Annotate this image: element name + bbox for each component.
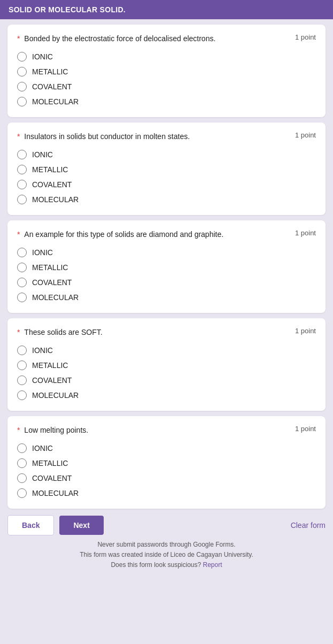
back-button[interactable]: Back — [7, 515, 54, 535]
radio-4-3[interactable] — [17, 375, 27, 385]
required-star-1: * — [17, 34, 22, 43]
radio-2-3[interactable] — [17, 180, 27, 189]
next-button[interactable]: Next — [59, 516, 103, 535]
radio-2-4[interactable] — [17, 195, 27, 204]
header-banner: SOLID OR MOLECULAR SOLID. — [0, 0, 333, 19]
option-item-2-2[interactable]: METALLIC — [17, 165, 316, 174]
question-text-3: * An example for this type of solids are… — [17, 229, 290, 240]
option-item-5-4[interactable]: MOLECULAR — [17, 488, 316, 498]
footer: Never submit passwords through Google Fo… — [7, 540, 326, 571]
question-header-5: * Low melting points.1 point — [17, 425, 316, 436]
option-item-5-3[interactable]: COVALENT — [17, 473, 316, 483]
footer-created-text: This form was created inside of Liceo de… — [80, 551, 253, 558]
radio-3-1[interactable] — [17, 248, 27, 257]
footer-warning: Never submit passwords through Google Fo… — [7, 540, 326, 550]
options-list-2: IONICMETALLICCOVALENTMOLECULAR — [17, 150, 316, 204]
option-item-4-4[interactable]: MOLECULAR — [17, 390, 316, 400]
footer-report-link[interactable]: Report — [203, 561, 222, 569]
option-item-4-2[interactable]: METALLIC — [17, 361, 316, 370]
radio-4-1[interactable] — [17, 346, 27, 355]
header-text: SOLID OR MOLECULAR SOLID. — [9, 5, 126, 14]
radio-5-3[interactable] — [17, 473, 27, 483]
options-list-5: IONICMETALLICCOVALENTMOLECULAR — [17, 443, 316, 498]
question-header-4: * These solids are SOFT.1 point — [17, 327, 316, 338]
question-header-3: * An example for this type of solids are… — [17, 229, 316, 240]
option-item-2-1[interactable]: IONIC — [17, 150, 316, 159]
radio-3-4[interactable] — [17, 293, 27, 302]
option-label-2-4: MOLECULAR — [32, 195, 79, 204]
option-label-2-1: IONIC — [32, 150, 53, 159]
option-item-3-1[interactable]: IONIC — [17, 248, 316, 257]
option-label-4-2: METALLIC — [32, 361, 68, 370]
radio-1-2[interactable] — [17, 67, 27, 76]
points-label-4: 1 point — [295, 327, 316, 335]
radio-4-4[interactable] — [17, 390, 27, 400]
radio-1-3[interactable] — [17, 82, 27, 91]
option-label-1-1: IONIC — [32, 52, 53, 61]
clear-form-button[interactable]: Clear form — [291, 521, 326, 530]
option-item-3-2[interactable]: METALLIC — [17, 263, 316, 272]
question-text-5: * Low melting points. — [17, 425, 290, 436]
option-item-1-3[interactable]: COVALENT — [17, 82, 316, 91]
question-card-1: * Bonded by the electrostatic force of d… — [7, 25, 326, 117]
option-label-4-3: COVALENT — [32, 376, 72, 385]
option-label-5-4: MOLECULAR — [32, 489, 79, 497]
options-list-3: IONICMETALLICCOVALENTMOLECULAR — [17, 248, 316, 302]
option-item-1-1[interactable]: IONIC — [17, 52, 316, 62]
option-label-3-1: IONIC — [32, 248, 53, 257]
option-item-4-3[interactable]: COVALENT — [17, 375, 316, 385]
question-header-1: * Bonded by the electrostatic force of d… — [17, 33, 316, 44]
question-card-2: * Insulators in solids but conductor in … — [7, 122, 326, 215]
navigation-bar: Back Next Clear form — [7, 515, 326, 535]
question-text-1: * Bonded by the electrostatic force of d… — [17, 33, 290, 44]
footer-suspicious: Does this form look suspicious? Report — [7, 560, 326, 570]
radio-5-4[interactable] — [17, 488, 27, 498]
option-label-1-2: METALLIC — [32, 67, 68, 76]
option-label-5-1: IONIC — [32, 444, 53, 453]
radio-2-1[interactable] — [17, 150, 27, 159]
option-item-5-2[interactable]: METALLIC — [17, 458, 316, 468]
option-item-4-1[interactable]: IONIC — [17, 346, 316, 355]
points-label-1: 1 point — [295, 33, 316, 41]
option-item-2-4[interactable]: MOLECULAR — [17, 195, 316, 204]
required-star-4: * — [17, 328, 22, 336]
required-star-3: * — [17, 230, 22, 239]
required-star-2: * — [17, 132, 22, 141]
radio-5-2[interactable] — [17, 458, 27, 468]
required-star-5: * — [17, 426, 22, 434]
points-label-5: 1 point — [295, 425, 316, 433]
option-label-1-4: MOLECULAR — [32, 97, 79, 106]
options-list-1: IONICMETALLICCOVALENTMOLECULAR — [17, 52, 316, 106]
footer-suspicious-text: Does this form look suspicious? — [111, 561, 201, 569]
radio-1-4[interactable] — [17, 97, 27, 106]
option-item-5-1[interactable]: IONIC — [17, 443, 316, 453]
option-item-1-2[interactable]: METALLIC — [17, 67, 316, 76]
question-card-3: * An example for this type of solids are… — [7, 220, 326, 313]
option-item-3-4[interactable]: MOLECULAR — [17, 293, 316, 302]
options-list-4: IONICMETALLICCOVALENTMOLECULAR — [17, 346, 316, 400]
radio-3-2[interactable] — [17, 263, 27, 272]
option-label-1-3: COVALENT — [32, 82, 72, 91]
option-label-2-2: METALLIC — [32, 165, 68, 174]
question-text-4: * These solids are SOFT. — [17, 327, 290, 338]
option-label-5-2: METALLIC — [32, 459, 68, 467]
radio-5-1[interactable] — [17, 443, 27, 453]
footer-created: This form was created inside of Liceo de… — [7, 550, 326, 560]
option-label-2-3: COVALENT — [32, 180, 72, 189]
page-wrapper: SOLID OR MOLECULAR SOLID. * Bonded by th… — [0, 0, 333, 582]
option-label-4-1: IONIC — [32, 346, 53, 355]
option-label-3-3: COVALENT — [32, 278, 72, 287]
radio-1-1[interactable] — [17, 52, 27, 62]
option-item-3-3[interactable]: COVALENT — [17, 278, 316, 287]
question-text-2: * Insulators in solids but conductor in … — [17, 131, 290, 142]
question-card-4: * These solids are SOFT.1 pointIONICMETA… — [7, 318, 326, 411]
points-label-3: 1 point — [295, 229, 316, 237]
option-item-2-3[interactable]: COVALENT — [17, 180, 316, 189]
points-label-2: 1 point — [295, 131, 316, 139]
question-card-5: * Low melting points.1 pointIONICMETALLI… — [7, 416, 326, 509]
radio-2-2[interactable] — [17, 165, 27, 174]
option-item-1-4[interactable]: MOLECULAR — [17, 97, 316, 106]
radio-3-3[interactable] — [17, 278, 27, 287]
option-label-4-4: MOLECULAR — [32, 391, 79, 400]
radio-4-2[interactable] — [17, 361, 27, 370]
